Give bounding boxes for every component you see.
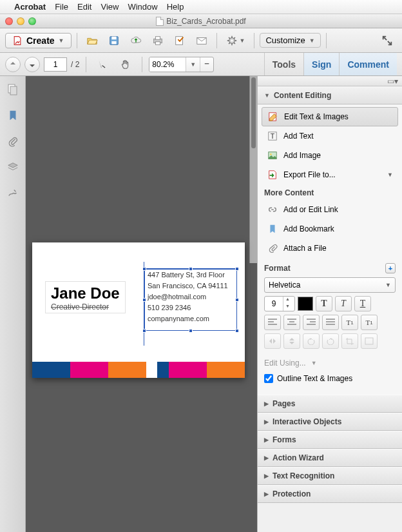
resize-handle[interactable] xyxy=(189,329,193,333)
open-button[interactable] xyxy=(82,32,102,49)
replace-image-button[interactable] xyxy=(361,333,378,349)
tools-tab[interactable]: Tools xyxy=(264,53,303,75)
resize-handle[interactable] xyxy=(142,298,146,302)
vertical-scrollbar[interactable] xyxy=(249,76,257,263)
flip-h-button[interactable] xyxy=(264,333,281,349)
business-card-page: Jane Doe Creative Director 447 Battery S… xyxy=(32,242,245,378)
fullscreen-button[interactable] xyxy=(378,32,397,49)
font-size-input[interactable]: ▲▼ xyxy=(264,296,295,311)
text-color-swatch[interactable] xyxy=(298,297,313,311)
layers-icon[interactable] xyxy=(6,160,20,174)
align-center-button[interactable] xyxy=(283,315,300,330)
resize-handle[interactable] xyxy=(235,329,239,333)
customize-menu-button[interactable]: Customize ▼ xyxy=(260,33,320,48)
customize-label: Customize xyxy=(265,35,305,45)
align-justify-button[interactable] xyxy=(322,315,339,330)
action-wizard-header[interactable]: ▶Action Wizard xyxy=(258,449,402,467)
format-expand-button[interactable]: + xyxy=(385,263,396,273)
cloud-button[interactable] xyxy=(126,32,146,49)
bold-button[interactable]: T xyxy=(316,296,332,311)
crop-button[interactable] xyxy=(341,333,358,349)
flip-v-button[interactable] xyxy=(283,333,300,349)
subscript-button[interactable]: T1 xyxy=(361,315,378,330)
name-text-frame[interactable]: Jane Doe Creative Director xyxy=(45,281,126,313)
align-right-button[interactable] xyxy=(303,315,320,330)
bookmarks-icon[interactable] xyxy=(6,108,20,123)
select-tool-button[interactable] xyxy=(93,56,112,73)
font-family-select[interactable]: Helvetica ▼ xyxy=(264,277,396,293)
prev-page-button[interactable] xyxy=(5,57,21,72)
edit-text-images-tool[interactable]: Edit Text & Images xyxy=(262,107,398,126)
svg-point-9 xyxy=(231,39,233,42)
hand-tool-button[interactable] xyxy=(116,56,135,73)
underline-button[interactable]: T xyxy=(354,296,371,311)
document-canvas[interactable]: Jane Doe Creative Director 447 Battery S… xyxy=(26,76,257,532)
attach-file-tool[interactable]: Attach a File xyxy=(258,239,402,258)
menu-view[interactable]: View xyxy=(100,2,119,12)
print-button[interactable] xyxy=(148,32,168,49)
close-window-button[interactable] xyxy=(5,17,13,25)
share-button[interactable] xyxy=(170,32,189,49)
menu-window[interactable]: Window xyxy=(128,2,157,12)
chevron-down-icon: ▼ xyxy=(385,282,391,288)
forms-header[interactable]: ▶Forms xyxy=(258,431,402,449)
create-menu-button[interactable]: Create ▼ xyxy=(5,33,72,48)
thumbnails-icon[interactable] xyxy=(6,83,20,97)
resize-handle[interactable] xyxy=(142,329,146,333)
attachments-icon[interactable] xyxy=(6,134,20,148)
italic-button[interactable]: T xyxy=(335,296,352,311)
resize-handle[interactable] xyxy=(235,267,239,271)
svg-rect-17 xyxy=(365,338,373,344)
chevron-down-icon: ▼ xyxy=(264,92,270,99)
signatures-icon[interactable] xyxy=(6,186,20,200)
export-file-tool[interactable]: Export File to... ▼ xyxy=(258,165,402,184)
interactive-objects-header[interactable]: ▶Interactive Objects xyxy=(258,413,402,431)
menu-file[interactable]: File xyxy=(55,2,68,12)
outline-checkbox[interactable] xyxy=(264,374,273,383)
page-total: / 2 xyxy=(71,60,79,69)
add-text-tool[interactable]: T Add Text xyxy=(258,126,402,146)
selected-text-frame[interactable]: 447 Battery St, 3rd Floor San Francisco,… xyxy=(145,268,236,330)
menu-help[interactable]: Help xyxy=(167,2,184,12)
svg-rect-2 xyxy=(111,41,116,44)
add-edit-link-tool[interactable]: Add or Edit Link xyxy=(258,200,402,219)
edit-using-menu[interactable]: Edit Using... ▼ xyxy=(258,356,402,371)
tools-panel: ▭▾ ▼ Content Editing Edit Text & Images … xyxy=(257,76,402,532)
minimize-window-button[interactable] xyxy=(17,17,24,25)
resize-handle[interactable] xyxy=(142,267,146,271)
menu-edit[interactable]: Edit xyxy=(77,2,91,12)
save-button[interactable] xyxy=(104,32,124,49)
pages-header[interactable]: ▶Pages xyxy=(258,395,402,413)
more-content-label: More Content xyxy=(258,184,402,200)
rotate-cw-button[interactable] xyxy=(322,333,339,349)
card-stripes xyxy=(32,362,245,378)
zoom-dropdown-button[interactable]: ▼ xyxy=(186,57,200,72)
superscript-button[interactable]: T1 xyxy=(341,315,358,330)
chevron-right-icon: ▶ xyxy=(264,491,269,497)
export-icon xyxy=(267,169,278,181)
zoom-window-button[interactable] xyxy=(28,17,36,25)
menubar-app[interactable]: Acrobat xyxy=(14,2,46,12)
content-editing-header[interactable]: ▼ Content Editing xyxy=(258,86,402,104)
svg-rect-1 xyxy=(111,36,116,39)
resize-handle[interactable] xyxy=(189,267,193,271)
settings-button[interactable]: ▼ xyxy=(222,32,249,49)
zoom-input[interactable] xyxy=(149,57,186,72)
add-bookmark-tool[interactable]: Add Bookmark xyxy=(258,219,402,239)
nav-toolbar: / 2 ▼ − Tools Sign Comment xyxy=(0,53,402,76)
card-name: Jane Doe xyxy=(51,284,120,302)
zoom-out-button[interactable]: − xyxy=(200,57,213,72)
add-image-tool[interactable]: Add Image xyxy=(258,146,402,165)
text-recognition-header[interactable]: ▶Text Recognition xyxy=(258,467,402,485)
resize-handle[interactable] xyxy=(235,298,239,302)
rotate-ccw-button[interactable] xyxy=(303,333,320,349)
comment-tab[interactable]: Comment xyxy=(339,53,397,75)
main-toolbar: Create ▼ ▼ Customize ▼ xyxy=(0,28,402,53)
panel-options-button[interactable]: ▭▾ xyxy=(258,76,402,86)
protection-header[interactable]: ▶Protection xyxy=(258,485,402,503)
page-input[interactable] xyxy=(44,57,67,72)
align-left-button[interactable] xyxy=(264,315,281,330)
email-button[interactable] xyxy=(192,32,211,49)
sign-tab[interactable]: Sign xyxy=(303,53,339,75)
next-page-button[interactable] xyxy=(24,57,40,72)
